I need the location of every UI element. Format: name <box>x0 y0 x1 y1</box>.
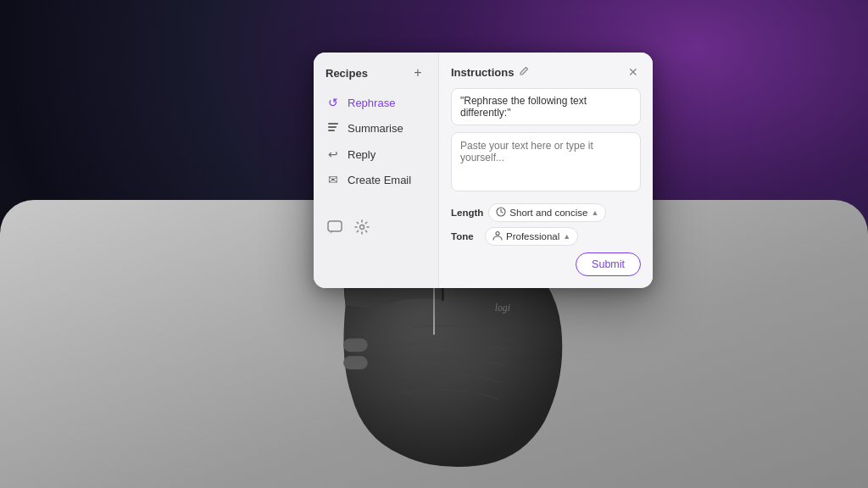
submit-button[interactable]: Submit <box>576 252 641 276</box>
tone-chevron-icon: ▲ <box>563 232 570 241</box>
text-input[interactable] <box>451 132 641 191</box>
svg-rect-13 <box>328 221 342 231</box>
rephrase-icon: ↺ <box>326 96 341 109</box>
svg-rect-12 <box>328 130 335 131</box>
recipes-footer <box>314 209 438 240</box>
summarise-icon <box>326 121 341 136</box>
svg-rect-10 <box>328 123 338 125</box>
chat-icon[interactable] <box>326 218 344 236</box>
tone-option-row: Tone Professional ▲ <box>451 227 641 246</box>
instructions-title: Instructions <box>451 66 514 79</box>
svg-rect-11 <box>328 126 337 128</box>
person-icon <box>492 230 503 242</box>
tone-label: Tone <box>451 231 480 241</box>
recipe-label-summarise: Summarise <box>348 122 403 135</box>
instructions-panel: Instructions ✕ "Rephrase the following t… <box>439 53 653 288</box>
recipe-item-create-email[interactable]: ✉ Create Email <box>314 167 438 192</box>
recipe-label-create-email: Create Email <box>348 174 411 186</box>
instruction-tag: "Rephrase the following text differently… <box>451 88 641 125</box>
recipe-item-summarise[interactable]: Summarise <box>314 115 438 141</box>
svg-point-16 <box>496 232 499 236</box>
recipes-panel: Recipes + ↺ Rephrase Summarise ↩ Reply ✉… <box>314 53 439 288</box>
clock-icon <box>496 207 506 219</box>
reply-icon: ↩ <box>326 147 341 161</box>
instructions-title-area: Instructions <box>451 66 529 79</box>
recipe-label-reply: Reply <box>348 148 376 161</box>
recipe-label-rephrase: Rephrase <box>348 97 395 109</box>
tone-value: Professional <box>506 231 559 241</box>
length-selector[interactable]: Short and concise ▲ <box>488 203 606 222</box>
svg-rect-6 <box>343 356 368 369</box>
popup-panel: Recipes + ↺ Rephrase Summarise ↩ Reply ✉… <box>314 53 653 288</box>
edit-icon[interactable] <box>519 66 529 79</box>
recipes-header: Recipes + <box>314 64 438 90</box>
length-chevron-icon: ▲ <box>591 208 598 217</box>
submit-row: Submit <box>451 252 641 276</box>
length-option-row: Length Short and concise ▲ <box>451 203 641 222</box>
svg-text:logi: logi <box>495 302 510 313</box>
svg-point-14 <box>360 225 364 230</box>
length-value: Short and concise <box>509 208 587 218</box>
recipes-add-button[interactable]: + <box>409 64 426 81</box>
email-icon: ✉ <box>326 173 341 186</box>
recipe-item-rephrase[interactable]: ↺ Rephrase <box>314 90 438 115</box>
recipes-title: Recipes <box>326 67 368 80</box>
svg-rect-5 <box>343 338 368 352</box>
close-button[interactable]: ✕ <box>626 64 641 80</box>
length-label: Length <box>451 208 483 218</box>
recipe-item-reply[interactable]: ↩ Reply <box>314 141 438 167</box>
settings-icon[interactable] <box>353 218 371 236</box>
instructions-header: Instructions ✕ <box>451 64 641 80</box>
tone-selector[interactable]: Professional ▲ <box>485 227 578 246</box>
